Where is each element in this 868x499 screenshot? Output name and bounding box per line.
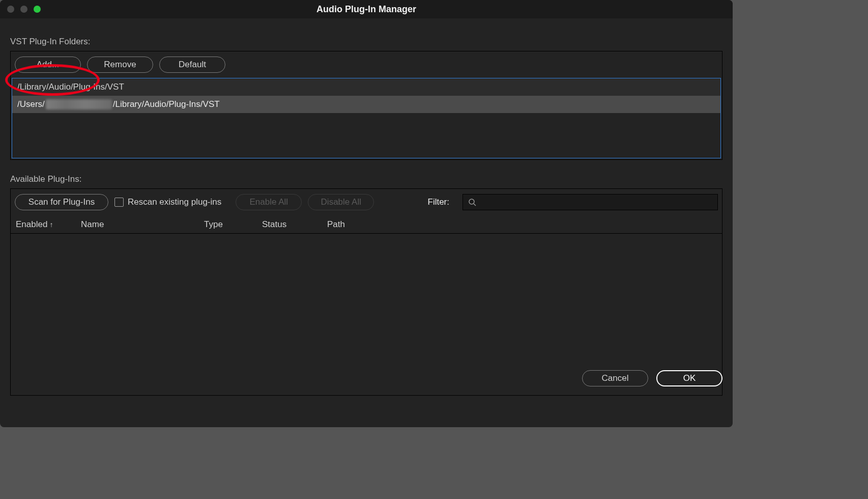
disable-all-button: Disable All bbox=[308, 194, 374, 210]
available-plugins-panel: Scan for Plug-Ins Rescan existing plug-i… bbox=[10, 188, 722, 396]
window-controls bbox=[7, 6, 41, 13]
svg-point-0 bbox=[469, 199, 474, 204]
column-type[interactable]: Type bbox=[199, 219, 257, 230]
close-window-button[interactable] bbox=[7, 6, 14, 13]
column-path[interactable]: Path bbox=[322, 219, 722, 230]
cancel-button[interactable]: Cancel bbox=[582, 370, 648, 386]
vst-folders-label: VST Plug-In Folders: bbox=[10, 37, 722, 47]
filter-label: Filter: bbox=[428, 197, 450, 207]
sort-ascending-icon: ↑ bbox=[49, 220, 53, 229]
column-name[interactable]: Name bbox=[76, 219, 199, 230]
redacted-username bbox=[46, 99, 112, 109]
minimize-window-button[interactable] bbox=[20, 6, 27, 13]
zoom-window-button[interactable] bbox=[34, 6, 41, 13]
svg-line-1 bbox=[474, 204, 476, 206]
rescan-checkbox-label[interactable]: Rescan existing plug-ins bbox=[114, 197, 221, 207]
search-icon bbox=[468, 198, 476, 206]
available-plugins-label: Available Plug-Ins: bbox=[10, 174, 722, 184]
filter-input[interactable] bbox=[480, 198, 712, 207]
folder-list[interactable]: /Library/Audio/Plug-Ins/VST /Users//Libr… bbox=[12, 78, 721, 158]
enable-all-button: Enable All bbox=[236, 194, 302, 210]
folder-path-prefix: /Users/ bbox=[17, 99, 45, 109]
add-button[interactable]: Add... bbox=[15, 57, 81, 73]
rescan-checkbox[interactable] bbox=[114, 198, 124, 207]
plugin-manager-window: Audio Plug-In Manager VST Plug-In Folder… bbox=[0, 0, 733, 427]
scan-button[interactable]: Scan for Plug-Ins bbox=[15, 194, 108, 210]
folder-path-suffix: /Library/Audio/Plug-Ins/VST bbox=[113, 99, 220, 109]
vst-folders-panel: Add... Remove Default /Library/Audio/Plu… bbox=[10, 51, 722, 160]
window-title: Audio Plug-In Manager bbox=[0, 4, 733, 15]
column-enabled[interactable]: Enabled ↑ bbox=[11, 219, 76, 230]
folder-row[interactable]: /Users//Library/Audio/Plug-Ins/VST bbox=[12, 96, 720, 113]
plugin-table-header: Enabled ↑ Name Type Status Path bbox=[11, 215, 722, 234]
folder-row[interactable]: /Library/Audio/Plug-Ins/VST bbox=[12, 78, 720, 96]
default-button[interactable]: Default bbox=[159, 57, 225, 73]
remove-button[interactable]: Remove bbox=[87, 57, 153, 73]
rescan-label-text: Rescan existing plug-ins bbox=[128, 197, 221, 207]
folder-path: /Library/Audio/Plug-Ins/VST bbox=[17, 82, 124, 92]
column-status[interactable]: Status bbox=[257, 219, 322, 230]
filter-box[interactable] bbox=[462, 194, 718, 210]
titlebar[interactable]: Audio Plug-In Manager bbox=[0, 0, 733, 18]
ok-button[interactable]: OK bbox=[656, 370, 722, 386]
